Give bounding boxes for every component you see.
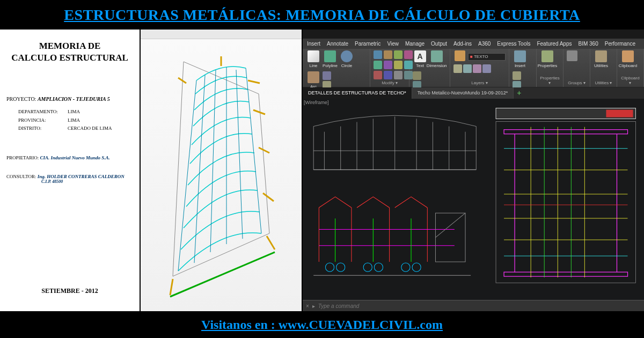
line-button[interactable]: Line xyxy=(306,50,321,70)
cad-drawing-area[interactable]: [Wireframe] xyxy=(303,99,644,300)
ribbon-group-block: Insert Block ▾ xyxy=(509,49,537,87)
ribbon-group-groups: Groups ▾ xyxy=(564,49,590,87)
create-block-icon[interactable] xyxy=(513,71,521,80)
ribbon-tab-parametric[interactable]: Parametric xyxy=(355,41,380,47)
ribbon-group-properties: Properties Properties ▾ xyxy=(537,49,564,87)
ribbon-tab-featured[interactable]: Featured Apps xyxy=(537,41,572,47)
cad-titlebar xyxy=(303,30,644,39)
insert-label: Insert xyxy=(515,63,525,68)
cmd-prompt-icon: ▸ xyxy=(312,303,315,309)
structural-3d-model xyxy=(141,40,302,308)
draw-icon-1[interactable] xyxy=(323,71,331,80)
text-label: Text xyxy=(416,63,424,68)
text-button[interactable]: AText xyxy=(413,50,428,70)
dept-label: DEPARTAMENTO: xyxy=(18,108,67,116)
ribbon-group-clipboard: Clipboard Clipboard ▾ xyxy=(617,49,644,87)
consultor-cip: C.I.P. 48500 xyxy=(41,179,133,184)
cad-file-tabs: DETALLES DE ESTRUCTURAS DE TECHO* Techo … xyxy=(303,87,644,99)
dist-label: DISTRITO: xyxy=(18,125,67,133)
svg-line-1 xyxy=(194,75,205,263)
ribbon-tab-addins[interactable]: Add-ins xyxy=(453,41,472,47)
clipboard-button[interactable]: Clipboard xyxy=(620,50,635,70)
doc-project-row: PROYECTO: AMPLIACION - TEJEDURIA 5 xyxy=(6,96,133,102)
polyline-button[interactable]: Polyline xyxy=(323,50,338,70)
ribbon-group-utilities: Utilities Utilities ▾ xyxy=(590,49,617,87)
insert-block-button[interactable]: Insert xyxy=(513,50,528,70)
consultor-value: Ing. HOLDER CONTRERAS CALDERON xyxy=(38,174,125,179)
stretch-icon[interactable] xyxy=(394,50,402,59)
move-icon[interactable] xyxy=(374,50,382,59)
svg-point-31 xyxy=(336,263,345,271)
ribbon-group-annotation: AText Dimension Annotation ▾ xyxy=(409,49,450,87)
array-icon[interactable] xyxy=(374,71,382,79)
polyline-label: Polyline xyxy=(323,63,338,68)
footer-bar: Visitanos en : www.CUEVADELCIVIL.com xyxy=(0,311,644,338)
layer-icon-1[interactable] xyxy=(453,64,462,73)
footer-link[interactable]: Visitanos en : www.CUEVADELCIVIL.com xyxy=(201,318,443,332)
svg-line-5 xyxy=(246,68,261,233)
scale-icon[interactable] xyxy=(384,61,392,69)
cad-ribbon-tabs: Insert Annotate Parametric View Manage O… xyxy=(303,39,644,49)
clipboard-group-label: Clipboard ▾ xyxy=(620,76,640,85)
structural-model-panel xyxy=(141,30,302,311)
doc-owner-row: PROPIETARIO: CIA. Industrial Nuevo Mundo… xyxy=(6,155,133,160)
ribbon-tab-performance[interactable]: Performance xyxy=(605,41,635,47)
svg-line-6 xyxy=(170,279,173,295)
svg-rect-41 xyxy=(496,121,636,283)
prov-value: LIMA xyxy=(68,117,132,124)
file-tab-1[interactable]: DETALLES DE ESTRUCTURAS DE TECHO* xyxy=(303,87,412,99)
erase-icon[interactable] xyxy=(394,71,402,79)
svg-line-8 xyxy=(263,193,274,201)
ribbon-tab-output[interactable]: Output xyxy=(431,41,447,47)
header-bar: ESTRUCTURAS METÁLICAS: MEMORIA DE CÁLCUL… xyxy=(0,0,644,30)
copy-icon[interactable] xyxy=(384,50,392,59)
trim-icon[interactable] xyxy=(394,61,402,69)
ribbon-tab-insert[interactable]: Insert xyxy=(307,41,320,47)
doc-location-table: DEPARTAMENTO:LIMA PROVINCIA:LIMA DISTRIT… xyxy=(17,107,133,134)
layer-icon-3[interactable] xyxy=(473,64,481,73)
content-row: MEMORIA DE CALCULO ESTRUCTURAL PROYECTO:… xyxy=(0,30,644,311)
file-tab-2[interactable]: Techo Metalico-NuevoMundo 19-09-2012* xyxy=(412,87,514,99)
cad-viewport-right[interactable] xyxy=(488,99,644,300)
cad-ribbon: Line Polyline Circle Arc Draw ▾ xyxy=(303,49,644,87)
ribbon-tab-manage[interactable]: Manage xyxy=(405,41,425,47)
command-input[interactable] xyxy=(318,303,641,309)
ribbon-group-modify: Modify ▾ xyxy=(370,49,409,87)
svg-line-14 xyxy=(170,252,275,297)
mirror-icon[interactable] xyxy=(374,61,382,69)
plan-drawing xyxy=(488,99,644,300)
autocad-panel: Insert Annotate Parametric View Manage O… xyxy=(303,30,644,311)
ribbon-tab-annotate[interactable]: Annotate xyxy=(327,41,348,47)
layer-icon-2[interactable] xyxy=(463,64,472,73)
circle-button[interactable]: Circle xyxy=(339,50,354,70)
ribbon-tab-a360[interactable]: A360 xyxy=(478,41,491,47)
groups-group-label: Groups ▾ xyxy=(567,80,587,85)
ribbon-tab-express[interactable]: Express Tools xyxy=(497,41,530,47)
utilities-button[interactable]: Utilities xyxy=(594,50,609,70)
ribbon-tab-view[interactable]: View xyxy=(387,41,399,47)
new-file-tab-button[interactable]: + xyxy=(514,87,524,99)
svg-point-32 xyxy=(363,263,372,271)
layer-properties-button[interactable] xyxy=(453,50,466,63)
ribbon-tab-bim360[interactable]: BIM 360 xyxy=(578,41,598,47)
dimension-button[interactable]: Dimension xyxy=(429,50,444,70)
offset-icon[interactable] xyxy=(384,71,392,79)
svg-line-11 xyxy=(248,80,260,83)
leader-icon[interactable] xyxy=(413,71,421,80)
layer-current: TEXTO xyxy=(474,54,488,59)
cad-viewport-left[interactable]: [Wireframe] xyxy=(303,99,487,300)
svg-rect-43 xyxy=(504,272,627,276)
prov-label: PROVINCIA: xyxy=(18,117,67,124)
ribbon-group-layers: ■ TEXTO Layers ▾ xyxy=(450,49,509,87)
doc-title-line2: CALCULO ESTRUCTURAL xyxy=(11,53,128,63)
layer-dropdown[interactable]: ■ TEXTO xyxy=(468,53,506,61)
layer-icon-4[interactable] xyxy=(482,64,491,73)
props-label: Properties xyxy=(538,63,557,68)
svg-point-33 xyxy=(374,263,383,271)
group-icon[interactable] xyxy=(567,50,577,61)
cmd-close-icon[interactable]: × xyxy=(306,303,309,309)
dept-value: LIMA xyxy=(68,108,132,116)
project-value: AMPLIACION - TEJEDURIA 5 xyxy=(38,96,110,102)
doc-title-line1: MEMORIA DE xyxy=(39,41,101,51)
properties-button[interactable]: Properties xyxy=(540,50,555,70)
